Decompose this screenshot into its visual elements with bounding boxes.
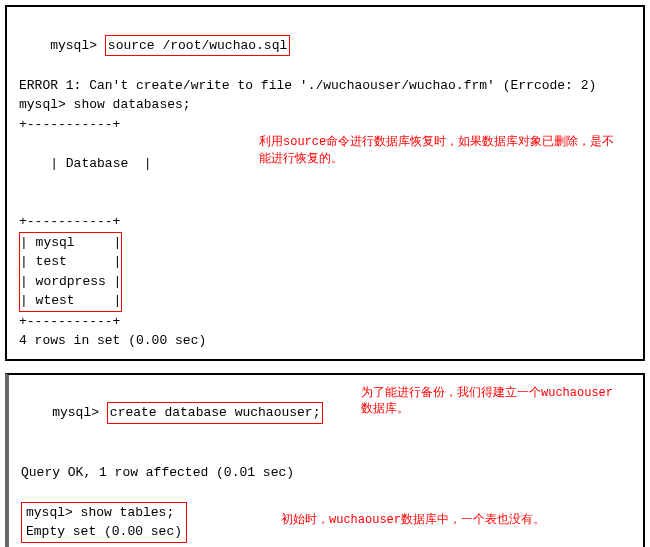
terminal-output-2: mysql> create database wuchaouser; 为了能进行… <box>5 373 645 548</box>
annotation-create-db: 为了能进行备份，我们得建立一个wuchaouser数据库。 <box>361 385 621 419</box>
create-database-highlight: create database wuchaouser; <box>107 402 324 424</box>
table-header: | Database | 利用source命令进行数据库恢复时，如果数据库对象已… <box>19 134 631 212</box>
database-list-container: | mysql | | test | | wordpress | | wtest… <box>19 232 122 312</box>
annotation-empty: 初始时，wuchaouser数据库中，一个表也没有。 <box>281 512 641 529</box>
show-tables-highlight: mysql> show tables; Empty set (0.00 sec) <box>21 502 187 543</box>
database-list-highlight: | mysql | | test | | wordpress | | wtest… <box>19 232 122 312</box>
blank-line <box>21 482 631 502</box>
show-tables-line: mysql> show tables; <box>26 503 182 523</box>
result-line: 4 rows in set (0.00 sec) <box>19 331 631 351</box>
table-separator: +-----------+ <box>19 212 631 232</box>
show-databases-line: mysql> show databases; <box>19 95 631 115</box>
db-row: | mysql | <box>20 233 121 253</box>
annotation-source-restore: 利用source命令进行数据库恢复时，如果数据库对象已删除，是不能进行恢复的。 <box>259 134 619 168</box>
command-line: mysql> source /root/wuchao.sql <box>19 15 631 76</box>
db-row: | wordpress | <box>20 272 121 292</box>
db-row: | test | <box>20 252 121 272</box>
source-command-highlight: source /root/wuchao.sql <box>105 35 290 57</box>
error-line: ERROR 1: Can't create/write to file './w… <box>19 76 631 96</box>
result-line: Query OK, 1 row affected (0.01 sec) <box>21 463 631 483</box>
blank-line <box>21 543 631 548</box>
table-separator: +-----------+ <box>19 312 631 332</box>
show-tables-block: mysql> show tables; Empty set (0.00 sec)… <box>21 502 631 543</box>
mysql-prompt: mysql> <box>50 38 105 53</box>
table-separator: +-----------+ <box>19 115 631 135</box>
command-line: mysql> create database wuchaouser; 为了能进行… <box>21 383 631 463</box>
mysql-prompt: mysql> <box>52 405 107 420</box>
empty-set-line: Empty set (0.00 sec) <box>26 522 182 542</box>
terminal-output-1: mysql> source /root/wuchao.sql ERROR 1: … <box>5 5 645 361</box>
db-row: | wtest | <box>20 291 121 311</box>
